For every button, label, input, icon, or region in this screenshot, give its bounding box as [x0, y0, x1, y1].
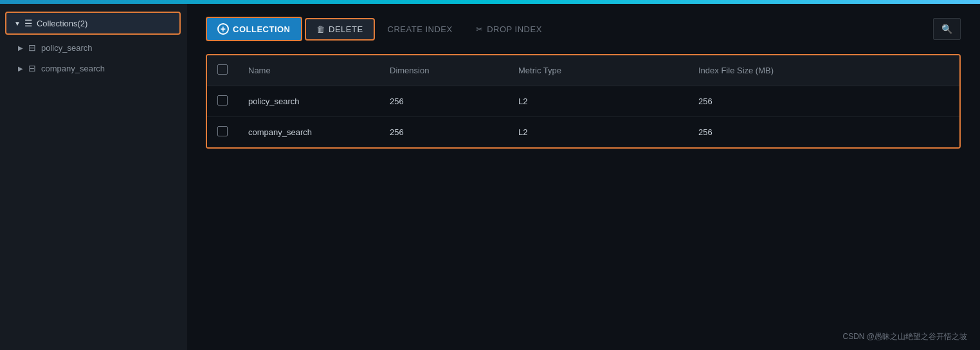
table-row: policy_search 256 L2 256 — [207, 86, 959, 117]
collections-header[interactable]: ▼ ☰ Collections(2) — [5, 12, 181, 35]
col-name-label: Name — [248, 66, 271, 75]
main-layout: ▼ ☰ Collections(2) ▶ ⊟ policy_search ▶ ⊟… — [0, 4, 980, 350]
search-icon: 🔍 — [941, 24, 952, 34]
scissors-icon: ✂ — [476, 24, 484, 34]
row1-index-file-size: 256 — [688, 86, 959, 117]
row1-checkbox[interactable] — [217, 95, 228, 106]
row2-metric-type: L2 — [508, 117, 688, 148]
sidebar-item-label: policy_search — [41, 43, 93, 53]
drop-index-button[interactable]: ✂ DROP INDEX — [466, 19, 552, 39]
create-index-button[interactable]: CREATE INDEX — [377, 19, 463, 39]
collections-label: Collections(2) — [37, 19, 87, 28]
footer-text: CSDN @愚昧之山绝望之谷开悟之坡 — [842, 332, 967, 341]
sidebar-item-label-2: company_search — [41, 64, 105, 73]
header-index-file-size: Index File Size (MB) — [688, 55, 959, 86]
collection-button[interactable]: + COLLECTION — [206, 17, 302, 41]
delete-button[interactable]: 🗑 DELETE — [305, 18, 375, 41]
row2-checkbox-cell — [207, 117, 238, 148]
database-icon: ⊟ — [28, 42, 36, 53]
table-header-row: Name Dimension Metric Type Index File Si… — [207, 55, 959, 86]
header-checkbox-cell — [207, 55, 238, 86]
chevron-down-icon: ▼ — [14, 20, 21, 27]
sidebar-item-policy-search[interactable]: ▶ ⊟ policy_search — [0, 37, 186, 58]
collections-table: Name Dimension Metric Type Index File Si… — [207, 55, 959, 147]
toolbar: + COLLECTION 🗑 DELETE CREATE INDEX ✂ DRO… — [206, 17, 961, 41]
col-index-label: Index File Size (MB) — [698, 66, 774, 75]
list-icon: ☰ — [24, 18, 33, 28]
arrow-icon: ▶ — [18, 44, 23, 51]
trash-icon: 🗑 — [316, 24, 325, 34]
sidebar: ▼ ☰ Collections(2) ▶ ⊟ policy_search ▶ ⊟… — [0, 4, 186, 350]
row2-checkbox[interactable] — [217, 126, 228, 136]
arrow-icon-2: ▶ — [18, 65, 23, 72]
table-row: company_search 256 L2 256 — [207, 117, 959, 148]
row1-metric-type: L2 — [508, 86, 688, 117]
main-content: + COLLECTION 🗑 DELETE CREATE INDEX ✂ DRO… — [186, 4, 980, 350]
row1-checkbox-cell — [207, 86, 238, 117]
delete-label: DELETE — [329, 24, 363, 34]
header-name: Name — [238, 55, 379, 86]
row1-dimension: 256 — [379, 86, 508, 117]
search-button[interactable]: 🔍 — [933, 18, 961, 40]
col-metric-label: Metric Type — [518, 66, 561, 75]
table-container: Name Dimension Metric Type Index File Si… — [206, 54, 961, 149]
sidebar-item-company-search[interactable]: ▶ ⊟ company_search — [0, 58, 186, 78]
row2-name[interactable]: company_search — [238, 117, 379, 148]
footer: CSDN @愚昧之山绝望之谷开悟之坡 — [842, 331, 967, 342]
select-all-checkbox[interactable] — [217, 64, 228, 75]
collection-label: COLLECTION — [233, 24, 291, 34]
col-dimension-label: Dimension — [390, 66, 429, 75]
drop-index-label: DROP INDEX — [487, 24, 542, 34]
header-metric-type: Metric Type — [508, 55, 688, 86]
create-index-label: CREATE INDEX — [388, 24, 453, 34]
header-dimension: Dimension — [379, 55, 508, 86]
row1-name[interactable]: policy_search — [238, 86, 379, 117]
plus-icon: + — [217, 23, 229, 35]
row2-dimension: 256 — [379, 117, 508, 148]
database-icon-2: ⊟ — [28, 63, 36, 73]
row2-index-file-size: 256 — [688, 117, 959, 148]
